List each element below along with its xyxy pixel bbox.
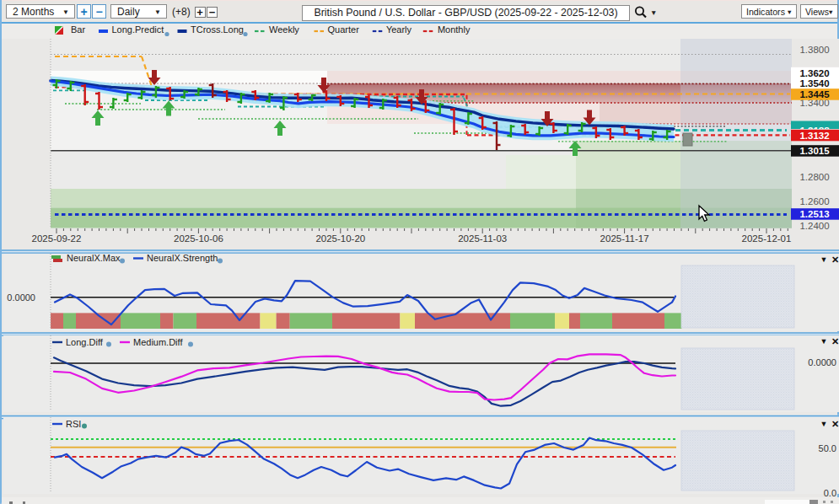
svg-text:▼: ▼ [820, 337, 828, 346]
svg-text:1.3132: 1.3132 [799, 131, 829, 141]
svg-text:2025-12-01: 2025-12-01 [742, 233, 792, 244]
svg-text:2025-10-06: 2025-10-06 [174, 233, 223, 244]
svg-text:Long.Diff: Long.Diff [66, 337, 104, 347]
svg-text:2025-11-17: 2025-11-17 [600, 233, 649, 244]
svg-text:50.0: 50.0 [819, 443, 836, 453]
svg-text:Medium.Diff: Medium.Diff [133, 337, 183, 347]
svg-text:RSI: RSI [66, 419, 81, 429]
svg-text:▼: ▼ [820, 420, 828, 428]
svg-text:1.3015: 1.3015 [799, 146, 830, 156]
svg-text:1.3445: 1.3445 [799, 89, 830, 99]
svg-text:2025-11-03: 2025-11-03 [458, 233, 507, 244]
svg-text:▼: ▼ [820, 255, 828, 264]
svg-text:2025-10-20: 2025-10-20 [315, 233, 365, 244]
svg-text:1.3800: 1.3800 [799, 45, 829, 55]
svg-text:1.2513: 1.2513 [799, 209, 829, 219]
svg-text:1.2400: 1.2400 [799, 221, 829, 231]
svg-text:NeuralX.Strength: NeuralX.Strength [147, 253, 218, 263]
svg-text:0.0000: 0.0000 [7, 292, 35, 303]
svg-text:NeuralX.Max: NeuralX.Max [67, 253, 121, 263]
svg-text:✕: ✕ [831, 419, 839, 429]
svg-text:1.2800: 1.2800 [799, 172, 829, 182]
svg-text:✕: ✕ [831, 336, 839, 346]
svg-text:0.0000: 0.0000 [808, 357, 836, 367]
svg-text:1.3620: 1.3620 [799, 68, 829, 78]
svg-text:2025-09-22: 2025-09-22 [32, 233, 82, 244]
svg-text:0.0: 0.0 [824, 488, 836, 498]
svg-text:1.2600: 1.2600 [799, 196, 829, 206]
svg-text:1.3540: 1.3540 [799, 78, 829, 88]
svg-text:✕: ✕ [831, 255, 839, 265]
